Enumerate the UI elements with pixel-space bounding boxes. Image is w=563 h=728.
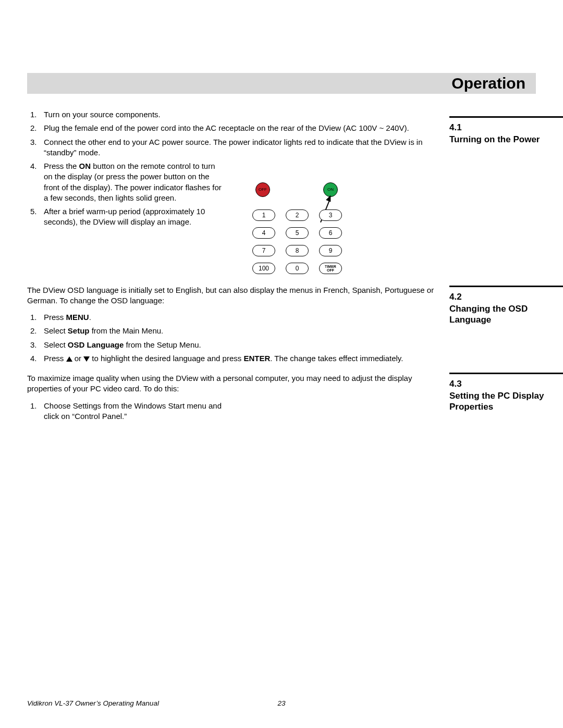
section-heading-4-3: 4.3 Setting the PC Display Properties	[449, 373, 563, 412]
list-item: Press or to highlight the desired langua…	[27, 353, 444, 364]
osd-language-intro: The DView OSD language is initially set …	[27, 285, 444, 306]
section-4-3-body: To maximize image quality when using the…	[27, 373, 444, 422]
t: .	[89, 313, 91, 322]
side-column: 4.1 Turning on the Power 4.2 Changing th…	[449, 109, 563, 423]
footer-doc-title: Vidikron VL-37 Owner’s Operating Manual	[27, 699, 159, 707]
t-bold: ENTER	[243, 354, 270, 363]
list-item: Press MENU.	[27, 312, 444, 323]
step4-bold: ON	[79, 162, 91, 170]
section-number: 4.2	[449, 291, 563, 303]
pc-display-steps: Choose Settings from the Windows Start m…	[27, 401, 444, 422]
chapter-title: Operation	[451, 73, 525, 94]
remote-key-timer-off: TIMER OFF	[319, 263, 342, 274]
section-number: 4.3	[449, 378, 563, 390]
remote-key-9: 9	[319, 245, 342, 256]
remote-key-6: 6	[319, 227, 342, 239]
page-footer: Vidikron VL-37 Owner’s Operating Manual …	[27, 699, 536, 708]
remote-control-figure: OFF ON 1 2 3 4 5 6 7 8 9 100 0 TIMER OFF	[246, 182, 361, 297]
list-item: After a brief warm-up period (approximat…	[27, 206, 225, 228]
t: from the Main Menu.	[90, 326, 164, 335]
pc-display-intro: To maximize image quality when using the…	[27, 373, 444, 394]
remote-key-7: 7	[252, 245, 275, 256]
list-item: Select OSD Language from the Setup Menu.	[27, 340, 444, 350]
section-title: Turning on the Power	[449, 134, 563, 145]
section-4-1-body: Turn on your source components. Plug the…	[27, 109, 444, 228]
timer-label-2: OFF	[327, 268, 334, 272]
step4-text-a: Press the	[44, 162, 79, 170]
t-bold: OSD Language	[68, 340, 124, 349]
turning-on-power-steps: Turn on your source components. Plug the…	[27, 109, 444, 228]
t: to highlight the desired language and pr…	[90, 354, 243, 363]
chapter-title-bar: Operation	[27, 73, 536, 94]
t: from the Setup Menu.	[124, 340, 201, 349]
remote-key-0: 0	[286, 263, 309, 274]
t: or	[72, 354, 84, 363]
t-bold: MENU	[66, 313, 89, 322]
list-item: Press the ON button on the remote contro…	[27, 161, 225, 203]
off-button-icon: OFF	[255, 182, 270, 197]
remote-key-5: 5	[286, 227, 309, 239]
page-number: 23	[277, 699, 285, 708]
t-bold: Setup	[68, 326, 90, 335]
t: Select	[44, 326, 68, 335]
remote-key-2: 2	[286, 209, 309, 221]
section-heading-4-1: 4.1 Turning on the Power	[449, 116, 563, 145]
remote-key-1: 1	[252, 209, 275, 221]
remote-key-3: 3	[319, 209, 342, 221]
remote-key-4: 4	[252, 227, 275, 239]
section-title: Setting the PC Display Properties	[449, 390, 563, 413]
t: Select	[44, 340, 68, 349]
t: . The change takes effect immediately.	[270, 354, 403, 363]
list-item: Turn on your source components.	[27, 109, 444, 120]
timer-label-1: TIMER	[325, 265, 336, 268]
up-arrow-icon	[66, 356, 72, 362]
list-item: Select Setup from the Main Menu.	[27, 326, 444, 336]
page-content: 4.1 Turning on the Power 4.2 Changing th…	[27, 109, 536, 431]
section-heading-4-2: 4.2 Changing the OSD Language	[449, 286, 563, 325]
down-arrow-icon	[83, 356, 90, 362]
t: Press	[44, 313, 66, 322]
list-item: Plug the female end of the power cord in…	[27, 123, 444, 133]
list-item: Choose Settings from the Windows Start m…	[27, 401, 225, 422]
remote-key-100: 100	[252, 263, 275, 274]
section-4-2-body: The DView OSD language is initially set …	[27, 285, 444, 364]
osd-language-steps: Press MENU. Select Setup from the Main M…	[27, 312, 444, 364]
section-number: 4.1	[449, 122, 563, 134]
section-title: Changing the OSD Language	[449, 303, 563, 326]
main-column: Turn on your source components. Plug the…	[27, 109, 444, 431]
t: Press	[44, 354, 66, 363]
list-item: Connect the other end to your AC power s…	[27, 137, 444, 158]
remote-key-8: 8	[286, 245, 309, 256]
